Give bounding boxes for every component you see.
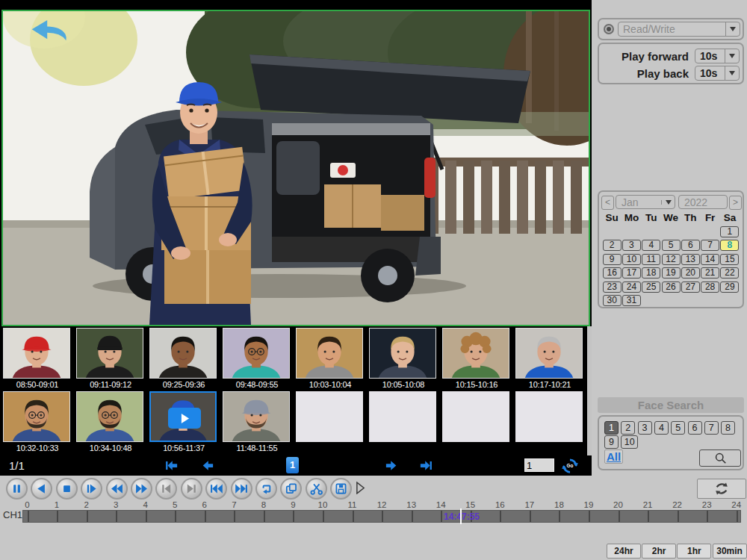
- first-page-button[interactable]: [163, 458, 182, 473]
- current-page-indicator[interactable]: 1: [286, 457, 299, 473]
- back-button[interactable]: [28, 17, 70, 46]
- next-record-button[interactable]: [231, 478, 252, 500]
- man-gray-cap-beard-thumbnail[interactable]: [223, 391, 290, 442]
- calendar-date-14[interactable]: 14: [701, 254, 719, 265]
- calendar-date-5[interactable]: 5: [662, 240, 681, 251]
- calendar-date-29[interactable]: 29: [720, 281, 739, 293]
- calendar-date-8[interactable]: 8: [720, 240, 739, 251]
- next-frame-button[interactable]: [181, 478, 202, 500]
- calendar-next-button[interactable]: >: [729, 196, 742, 210]
- calendar-date-16[interactable]: 16: [603, 267, 622, 279]
- prev-record-button[interactable]: [205, 478, 227, 500]
- man-laughing-thumbnail[interactable]: [149, 328, 217, 379]
- face-target-button-10[interactable]: 10: [621, 435, 638, 449]
- face-target-button-9[interactable]: 9: [604, 435, 619, 449]
- face-search-button[interactable]: [699, 449, 741, 467]
- play-forward-dropdown[interactable]: 10s: [695, 49, 740, 63]
- calendar-date-13[interactable]: 13: [681, 254, 700, 265]
- face-target-button-3[interactable]: 3: [638, 421, 652, 435]
- man-blue-cap-selected-thumbnail[interactable]: [149, 391, 217, 442]
- video-preview-delivery-scene[interactable]: [3, 11, 589, 325]
- calendar-date-28[interactable]: 28: [701, 281, 719, 293]
- face-target-button-8[interactable]: 8: [721, 421, 735, 435]
- range-button-24hr[interactable]: 24hr: [607, 544, 641, 559]
- calendar-date-20[interactable]: 20: [681, 267, 700, 279]
- expand-toggle-button[interactable]: [356, 482, 365, 497]
- page-input[interactable]: [524, 458, 554, 472]
- read-write-dropdown[interactable]: Read/Write: [618, 22, 740, 37]
- play-back-dropdown[interactable]: 10s: [695, 66, 740, 81]
- thumbnail-time-range: 09:11-09:12: [76, 380, 145, 389]
- calendar-date-19[interactable]: 19: [662, 267, 681, 279]
- calendar-date-22[interactable]: 22: [720, 267, 739, 279]
- range-button-2hr[interactable]: 2hr: [642, 544, 676, 559]
- playhead-cursor[interactable]: [460, 508, 462, 524]
- prev-page-button[interactable]: [199, 458, 218, 473]
- stop-icon: [59, 481, 75, 497]
- calendar-date-9[interactable]: 9: [603, 254, 622, 265]
- man-glasses-profile-store-thumbnail[interactable]: [3, 391, 70, 442]
- cut-button[interactable]: [306, 478, 327, 500]
- year-box[interactable]: 2022: [678, 195, 728, 209]
- calendar-date-6[interactable]: 6: [681, 240, 700, 251]
- man-looking-up-thumbnail[interactable]: [369, 328, 436, 379]
- play-forward-button[interactable]: [81, 478, 102, 500]
- save-button[interactable]: [330, 478, 352, 500]
- face-target-button-5[interactable]: 5: [671, 421, 685, 435]
- calendar-date-30[interactable]: 30: [603, 295, 622, 306]
- calendar-date-27[interactable]: 27: [681, 281, 700, 293]
- prev-frame-button[interactable]: [155, 478, 177, 500]
- calendar-prev-button[interactable]: <: [601, 196, 614, 210]
- calendar-date-31[interactable]: 31: [622, 295, 641, 306]
- man-glasses-teal-shirt-thumbnail[interactable]: [223, 328, 290, 379]
- face-target-button-6[interactable]: 6: [688, 421, 702, 435]
- last-page-button[interactable]: [417, 458, 436, 473]
- calendar-date-25[interactable]: 25: [642, 281, 660, 293]
- calendar-date-3[interactable]: 3: [622, 240, 641, 251]
- calendar-date-17[interactable]: 17: [622, 267, 641, 279]
- calendar-date-21[interactable]: 21: [701, 267, 719, 279]
- thumbnail-scrollbar[interactable]: [587, 326, 592, 455]
- calendar-date-4[interactable]: 4: [642, 240, 660, 251]
- loop-button[interactable]: [255, 478, 277, 500]
- face-target-button-2[interactable]: 2: [621, 421, 635, 435]
- calendar-date-26[interactable]: 26: [662, 281, 681, 293]
- select-all-button[interactable]: All: [604, 449, 623, 464]
- next-page-button[interactable]: [382, 458, 402, 473]
- thumbnail-slot: 10:05-10:08: [369, 328, 438, 389]
- man-smiling-store-thumbnail[interactable]: [296, 328, 363, 379]
- range-button-30min[interactable]: 30min: [713, 544, 747, 559]
- range-button-1hr[interactable]: 1hr: [677, 544, 711, 559]
- calendar-date-10[interactable]: 10: [622, 254, 641, 265]
- calendar-date-7[interactable]: 7: [701, 240, 719, 251]
- play-backward-button[interactable]: [31, 478, 52, 500]
- man-red-cap-thumbnail[interactable]: [3, 328, 70, 379]
- calendar-date-11[interactable]: 11: [642, 254, 660, 265]
- fast-forward-button[interactable]: [131, 478, 152, 500]
- calendar-date-2[interactable]: 2: [603, 240, 622, 251]
- stop-button[interactable]: [56, 478, 78, 500]
- pause-button[interactable]: [6, 478, 28, 500]
- swap-view-button[interactable]: [697, 479, 746, 499]
- rewind-button[interactable]: [106, 478, 128, 500]
- calendar-date-12[interactable]: 12: [662, 254, 681, 265]
- face-target-button-4[interactable]: 4: [654, 421, 669, 435]
- face-target-button-1[interactable]: 1: [604, 421, 619, 435]
- timeline-bar[interactable]: [22, 510, 741, 523]
- calendar-date-15[interactable]: 15: [720, 254, 739, 265]
- man-gray-hair-blue-shirt-thumbnail[interactable]: [515, 328, 583, 379]
- month-dropdown[interactable]: Jan: [616, 195, 675, 209]
- calendar-date-18[interactable]: 18: [642, 267, 660, 279]
- copy-button[interactable]: [280, 478, 302, 500]
- face-target-button-7[interactable]: 7: [704, 421, 719, 435]
- stream-mode-radio[interactable]: [604, 24, 614, 34]
- calendar-date-1[interactable]: 1: [720, 226, 739, 237]
- go-page-button[interactable]: Go: [562, 458, 578, 474]
- calendar-date-24[interactable]: 24: [622, 281, 641, 293]
- calendar-date-23[interactable]: 23: [603, 281, 622, 293]
- man-glasses-beard-store-thumbnail[interactable]: [76, 391, 143, 442]
- child-curly-hair-thumbnail[interactable]: [442, 328, 509, 379]
- man-black-beanie-thumbnail[interactable]: [76, 328, 143, 379]
- play-overlay-icon[interactable]: [168, 408, 201, 429]
- hour-tick: [382, 511, 383, 522]
